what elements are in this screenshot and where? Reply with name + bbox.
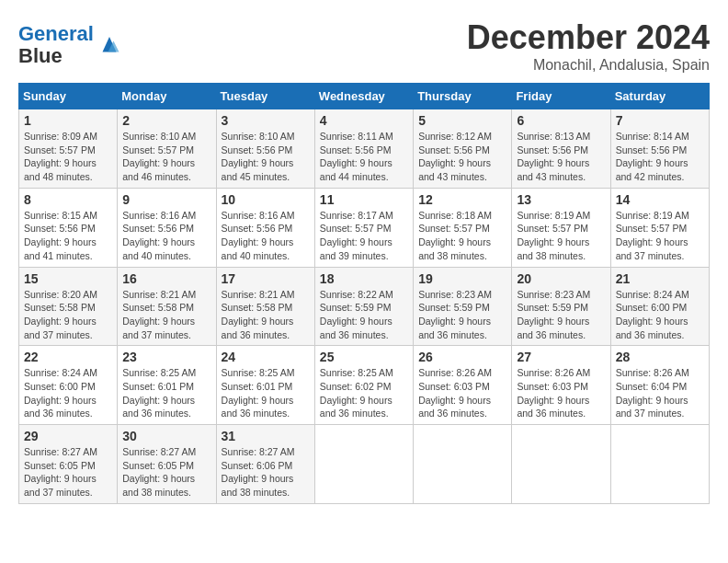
calendar-body: 1 Sunrise: 8:09 AMSunset: 5:57 PMDayligh… xyxy=(19,109,710,504)
day-detail: Sunrise: 8:24 AMSunset: 6:00 PMDaylight:… xyxy=(616,289,689,340)
calendar-cell: 24 Sunrise: 8:25 AMSunset: 6:01 PMDaylig… xyxy=(216,346,314,425)
calendar-cell: 30 Sunrise: 8:27 AMSunset: 6:05 PMDaylig… xyxy=(118,425,216,504)
calendar-cell: 11 Sunrise: 8:17 AMSunset: 5:57 PMDaylig… xyxy=(314,188,413,267)
day-number: 24 xyxy=(222,350,310,364)
day-detail: Sunrise: 8:16 AMSunset: 5:56 PMDaylight:… xyxy=(122,210,196,261)
day-detail: Sunrise: 8:13 AMSunset: 5:56 PMDaylight:… xyxy=(517,131,590,182)
logo: GeneralBlue xyxy=(18,23,123,67)
day-number: 15 xyxy=(24,271,112,286)
calendar-cell: 23 Sunrise: 8:25 AMSunset: 6:01 PMDaylig… xyxy=(118,346,216,425)
day-detail: Sunrise: 8:27 AMSunset: 6:06 PMDaylight:… xyxy=(222,446,295,498)
day-number: 16 xyxy=(122,271,210,286)
day-number: 11 xyxy=(320,192,408,207)
day-detail: Sunrise: 8:21 AMSunset: 5:58 PMDaylight:… xyxy=(122,289,196,340)
day-detail: Sunrise: 8:17 AMSunset: 5:57 PMDaylight:… xyxy=(320,210,393,261)
calendar-cell: 8 Sunrise: 8:15 AMSunset: 5:56 PMDayligh… xyxy=(19,188,118,267)
title-block: December 2024 Monachil, Andalusia, Spain xyxy=(467,18,710,74)
day-number: 31 xyxy=(222,429,310,443)
day-detail: Sunrise: 8:09 AMSunset: 5:57 PMDaylight:… xyxy=(24,131,97,182)
day-number: 22 xyxy=(24,350,112,364)
calendar-cell: 29 Sunrise: 8:27 AMSunset: 6:05 PMDaylig… xyxy=(19,425,118,504)
day-detail: Sunrise: 8:25 AMSunset: 6:01 PMDaylight:… xyxy=(222,367,295,419)
day-number: 6 xyxy=(517,113,605,128)
day-detail: Sunrise: 8:26 AMSunset: 6:03 PMDaylight:… xyxy=(517,367,590,419)
calendar-cell: 17 Sunrise: 8:21 AMSunset: 5:58 PMDaylig… xyxy=(216,267,314,346)
day-detail: Sunrise: 8:16 AMSunset: 5:56 PMDaylight:… xyxy=(222,210,295,261)
day-detail: Sunrise: 8:26 AMSunset: 6:03 PMDaylight:… xyxy=(418,367,492,419)
day-detail: Sunrise: 8:23 AMSunset: 5:59 PMDaylight:… xyxy=(418,289,492,340)
logo-icon xyxy=(96,31,123,59)
calendar-cell xyxy=(610,425,709,504)
day-detail: Sunrise: 8:23 AMSunset: 5:59 PMDaylight:… xyxy=(517,289,590,340)
day-detail: Sunrise: 8:19 AMSunset: 5:57 PMDaylight:… xyxy=(616,210,689,261)
day-detail: Sunrise: 8:27 AMSunset: 6:05 PMDaylight:… xyxy=(24,446,97,498)
day-number: 13 xyxy=(517,192,605,207)
calendar-cell xyxy=(414,425,512,504)
day-number: 1 xyxy=(24,113,112,128)
calendar-cell: 28 Sunrise: 8:26 AMSunset: 6:04 PMDaylig… xyxy=(610,346,709,425)
calendar-cell xyxy=(314,425,413,504)
calendar-table: SundayMondayTuesdayWednesdayThursdayFrid… xyxy=(18,83,710,504)
calendar-cell: 7 Sunrise: 8:14 AMSunset: 5:56 PMDayligh… xyxy=(610,109,709,189)
calendar-cell: 12 Sunrise: 8:18 AMSunset: 5:57 PMDaylig… xyxy=(414,188,512,267)
calendar-cell: 14 Sunrise: 8:19 AMSunset: 5:57 PMDaylig… xyxy=(610,188,709,267)
column-header-thursday: Thursday xyxy=(414,84,512,109)
calendar-cell xyxy=(512,425,610,504)
week-row-3: 15 Sunrise: 8:20 AMSunset: 5:58 PMDaylig… xyxy=(19,267,710,346)
day-detail: Sunrise: 8:26 AMSunset: 6:04 PMDaylight:… xyxy=(616,367,689,419)
week-row-1: 1 Sunrise: 8:09 AMSunset: 5:57 PMDayligh… xyxy=(19,109,710,189)
day-number: 17 xyxy=(222,271,310,286)
column-header-wednesday: Wednesday xyxy=(314,84,413,109)
month-title: December 2024 xyxy=(467,18,710,57)
calendar-cell: 20 Sunrise: 8:23 AMSunset: 5:59 PMDaylig… xyxy=(512,267,610,346)
calendar-cell: 10 Sunrise: 8:16 AMSunset: 5:56 PMDaylig… xyxy=(216,188,314,267)
page-header: GeneralBlue December 2024 Monachil, Anda… xyxy=(18,18,710,74)
day-number: 18 xyxy=(320,271,408,286)
day-detail: Sunrise: 8:21 AMSunset: 5:58 PMDaylight:… xyxy=(222,289,295,340)
column-header-sunday: Sunday xyxy=(19,84,118,109)
day-detail: Sunrise: 8:10 AMSunset: 5:56 PMDaylight:… xyxy=(222,131,295,182)
day-number: 7 xyxy=(616,113,704,128)
calendar-cell: 5 Sunrise: 8:12 AMSunset: 5:56 PMDayligh… xyxy=(414,109,512,189)
day-number: 20 xyxy=(517,271,605,286)
day-detail: Sunrise: 8:11 AMSunset: 5:56 PMDaylight:… xyxy=(320,131,393,182)
day-detail: Sunrise: 8:15 AMSunset: 5:56 PMDaylight:… xyxy=(24,210,97,261)
week-row-4: 22 Sunrise: 8:24 AMSunset: 6:00 PMDaylig… xyxy=(19,346,710,425)
day-number: 19 xyxy=(418,271,506,286)
day-detail: Sunrise: 8:19 AMSunset: 5:57 PMDaylight:… xyxy=(517,210,590,261)
day-number: 12 xyxy=(418,192,506,207)
day-number: 5 xyxy=(418,113,506,128)
day-number: 10 xyxy=(222,192,310,207)
week-row-5: 29 Sunrise: 8:27 AMSunset: 6:05 PMDaylig… xyxy=(19,425,710,504)
day-detail: Sunrise: 8:12 AMSunset: 5:56 PMDaylight:… xyxy=(418,131,492,182)
day-number: 2 xyxy=(122,113,210,128)
calendar-cell: 21 Sunrise: 8:24 AMSunset: 6:00 PMDaylig… xyxy=(610,267,709,346)
day-number: 14 xyxy=(616,192,704,207)
day-detail: Sunrise: 8:22 AMSunset: 5:59 PMDaylight:… xyxy=(320,289,393,340)
calendar-cell: 22 Sunrise: 8:24 AMSunset: 6:00 PMDaylig… xyxy=(19,346,118,425)
calendar-cell: 18 Sunrise: 8:22 AMSunset: 5:59 PMDaylig… xyxy=(314,267,413,346)
day-detail: Sunrise: 8:24 AMSunset: 6:00 PMDaylight:… xyxy=(24,367,97,419)
calendar-cell: 19 Sunrise: 8:23 AMSunset: 5:59 PMDaylig… xyxy=(414,267,512,346)
calendar-cell: 25 Sunrise: 8:25 AMSunset: 6:02 PMDaylig… xyxy=(314,346,413,425)
day-number: 29 xyxy=(24,429,112,443)
day-number: 23 xyxy=(122,350,210,364)
day-detail: Sunrise: 8:20 AMSunset: 5:58 PMDaylight:… xyxy=(24,289,97,340)
calendar-cell: 26 Sunrise: 8:26 AMSunset: 6:03 PMDaylig… xyxy=(414,346,512,425)
day-number: 28 xyxy=(616,350,704,364)
calendar-cell: 13 Sunrise: 8:19 AMSunset: 5:57 PMDaylig… xyxy=(512,188,610,267)
week-row-2: 8 Sunrise: 8:15 AMSunset: 5:56 PMDayligh… xyxy=(19,188,710,267)
day-detail: Sunrise: 8:18 AMSunset: 5:57 PMDaylight:… xyxy=(418,210,492,261)
day-number: 4 xyxy=(320,113,408,128)
column-header-saturday: Saturday xyxy=(610,84,709,109)
day-number: 25 xyxy=(320,350,408,364)
logo-text: GeneralBlue xyxy=(18,23,94,67)
calendar-header-row: SundayMondayTuesdayWednesdayThursdayFrid… xyxy=(19,84,710,109)
calendar-cell: 2 Sunrise: 8:10 AMSunset: 5:57 PMDayligh… xyxy=(118,109,216,189)
day-number: 30 xyxy=(122,429,210,443)
calendar-cell: 6 Sunrise: 8:13 AMSunset: 5:56 PMDayligh… xyxy=(512,109,610,189)
day-number: 3 xyxy=(222,113,310,128)
day-detail: Sunrise: 8:25 AMSunset: 6:02 PMDaylight:… xyxy=(320,367,393,419)
column-header-tuesday: Tuesday xyxy=(216,84,314,109)
calendar-cell: 3 Sunrise: 8:10 AMSunset: 5:56 PMDayligh… xyxy=(216,109,314,189)
